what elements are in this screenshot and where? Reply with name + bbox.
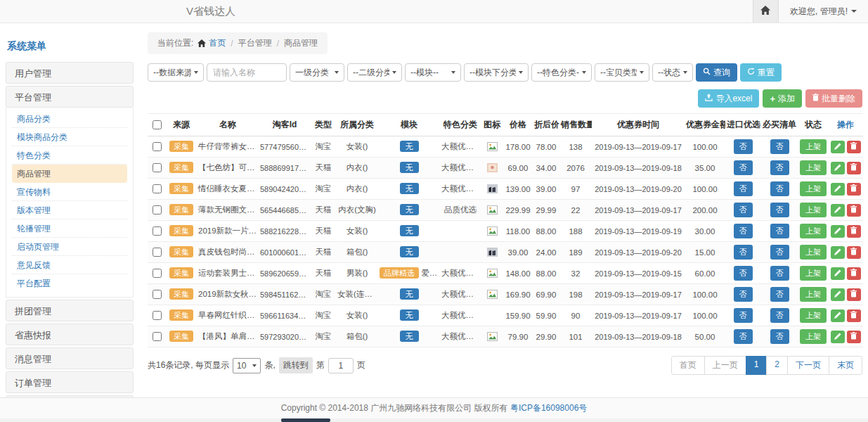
product-name-input[interactable]: [207, 63, 287, 82]
edit-button[interactable]: [831, 183, 845, 196]
import-select-toggle[interactable]: 否: [734, 245, 753, 260]
add-button[interactable]: + 添加: [763, 89, 802, 108]
delete-button[interactable]: [847, 204, 861, 217]
row-checkbox[interactable]: [153, 290, 162, 299]
horizontal-scrollbar-thumb[interactable]: [281, 418, 330, 422]
must-buy-toggle[interactable]: 否: [770, 181, 789, 196]
status-toggle[interactable]: 上架: [800, 266, 827, 281]
sidebar-item-active[interactable]: 商品管理: [12, 165, 127, 183]
search-button[interactable]: 查询: [696, 63, 737, 82]
sidebar-group-header[interactable]: 平台管理: [6, 86, 134, 108]
sidebar-item[interactable]: 商品分类: [12, 110, 127, 128]
sidebar-group-header[interactable]: 消息管理: [6, 347, 134, 369]
sidebar-item[interactable]: 启动页管理: [12, 238, 127, 256]
sidebar-group-header[interactable]: 用户管理: [6, 62, 134, 84]
import-select-toggle[interactable]: 否: [734, 329, 753, 344]
sidebar-group-header[interactable]: 订单管理: [6, 371, 134, 393]
page-button-1[interactable]: 1: [746, 356, 767, 375]
sidebar-item[interactable]: 意见反馈: [12, 256, 127, 274]
edit-button[interactable]: [831, 309, 845, 322]
sidebar-item[interactable]: 版本管理: [12, 201, 127, 219]
row-checkbox[interactable]: [153, 311, 162, 320]
status-toggle[interactable]: 上架: [800, 181, 827, 196]
status-toggle[interactable]: 上架: [800, 203, 827, 217]
status-toggle[interactable]: 上架: [800, 329, 827, 344]
row-checkbox[interactable]: [153, 205, 162, 215]
must-buy-toggle[interactable]: 否: [770, 308, 789, 323]
filter-select-data-source[interactable]: --数据来源--: [148, 63, 204, 82]
per-page-select[interactable]: 10: [233, 358, 261, 373]
row-checkbox[interactable]: [153, 226, 162, 236]
delete-button[interactable]: [847, 288, 861, 301]
select-all-checkbox[interactable]: [153, 120, 162, 129]
import-select-toggle[interactable]: 否: [734, 266, 753, 281]
row-checkbox[interactable]: [153, 248, 162, 257]
filter-select-item-type[interactable]: --宝贝类型--: [595, 63, 649, 82]
must-buy-toggle[interactable]: 否: [770, 203, 789, 217]
page-button-0[interactable]: 首页: [671, 356, 705, 375]
filter-select-feature-category[interactable]: --特色分类--: [531, 63, 592, 82]
sidebar-group-header[interactable]: 拼团管理: [6, 300, 134, 321]
user-menu[interactable]: 欢迎您, 管理员!: [779, 6, 868, 18]
breadcrumb-home-link[interactable]: 首页: [209, 37, 226, 49]
reset-button[interactable]: 重置: [740, 63, 782, 82]
status-toggle[interactable]: 上架: [800, 308, 827, 323]
must-buy-toggle[interactable]: 否: [770, 266, 789, 281]
sidebar-item[interactable]: 平台配置: [12, 274, 127, 293]
row-checkbox[interactable]: [153, 184, 162, 193]
import-select-toggle[interactable]: 否: [734, 287, 753, 302]
status-toggle[interactable]: 上架: [800, 287, 827, 302]
delete-button[interactable]: [847, 141, 861, 153]
home-button[interactable]: [753, 0, 779, 23]
delete-button[interactable]: [847, 246, 861, 259]
page-number-input[interactable]: [328, 358, 354, 373]
page-button-2[interactable]: 2: [766, 356, 788, 375]
edit-button[interactable]: [831, 267, 845, 280]
must-buy-toggle[interactable]: 否: [770, 287, 789, 302]
must-buy-toggle[interactable]: 否: [770, 139, 789, 154]
delete-button[interactable]: [847, 309, 861, 322]
edit-button[interactable]: [831, 204, 845, 217]
must-buy-toggle[interactable]: 否: [770, 245, 789, 260]
status-toggle[interactable]: 上架: [800, 139, 827, 154]
must-buy-toggle[interactable]: 否: [770, 160, 789, 175]
filter-select-status[interactable]: --状态--: [652, 63, 693, 82]
page-button-4[interactable]: 下一页: [787, 356, 829, 375]
import-excel-button[interactable]: 导入excel: [698, 89, 759, 108]
filter-select-module[interactable]: --模块--: [405, 63, 461, 82]
import-select-toggle[interactable]: 否: [734, 181, 753, 196]
delete-button[interactable]: [847, 162, 861, 174]
import-select-toggle[interactable]: 否: [734, 139, 753, 154]
edit-button[interactable]: [831, 225, 845, 238]
filter-select-level1-category[interactable]: 一级分类: [290, 63, 344, 82]
edit-button[interactable]: [831, 141, 845, 153]
filter-select-level2-category[interactable]: --二级分类--: [347, 63, 402, 82]
edit-button[interactable]: [831, 162, 845, 174]
page-button-1[interactable]: 上一页: [704, 356, 746, 375]
status-toggle[interactable]: 上架: [800, 245, 827, 260]
import-select-toggle[interactable]: 否: [734, 160, 753, 175]
import-select-toggle[interactable]: 否: [734, 224, 753, 238]
batch-delete-button[interactable]: 批量删除: [805, 89, 862, 108]
sidebar-item[interactable]: 轮播管理: [12, 219, 127, 238]
edit-button[interactable]: [831, 288, 845, 301]
row-checkbox[interactable]: [153, 332, 162, 341]
status-toggle[interactable]: 上架: [800, 224, 827, 238]
row-checkbox[interactable]: [153, 269, 162, 278]
filter-select-module-sub-category[interactable]: --模块下分类--: [464, 63, 529, 82]
delete-button[interactable]: [847, 331, 861, 343]
delete-button[interactable]: [847, 225, 861, 238]
edit-button[interactable]: [831, 331, 845, 343]
must-buy-toggle[interactable]: 否: [770, 329, 789, 344]
import-select-toggle[interactable]: 否: [734, 203, 753, 217]
page-button-5[interactable]: 末页: [829, 356, 862, 375]
must-buy-toggle[interactable]: 否: [770, 224, 789, 238]
sidebar-item[interactable]: 宣传物料: [12, 183, 127, 201]
row-checkbox[interactable]: [153, 142, 162, 151]
edit-button[interactable]: [831, 246, 845, 259]
import-select-toggle[interactable]: 否: [734, 308, 753, 323]
sidebar-item[interactable]: 特色分类: [12, 146, 127, 165]
sidebar-group-header[interactable]: 省惠快报: [6, 324, 134, 345]
sidebar-item[interactable]: 模块商品分类: [12, 128, 127, 146]
delete-button[interactable]: [847, 183, 861, 196]
